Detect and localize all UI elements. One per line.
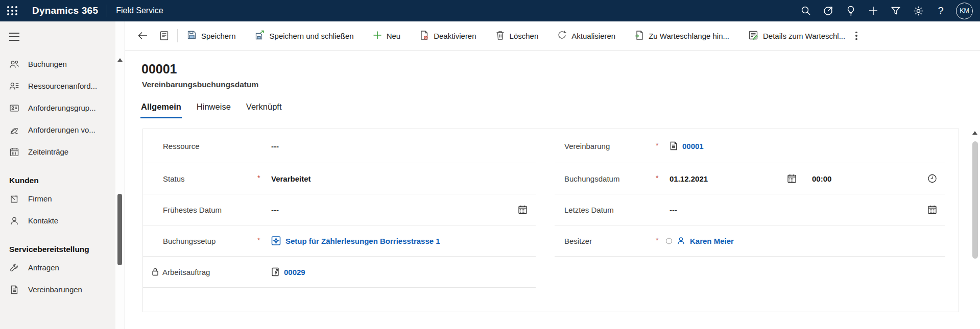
id-card-icon [9,103,19,113]
add-to-queue-label: Zu Warteschlange hin... [649,32,729,40]
back-button[interactable] [137,31,148,40]
calendar-icon [9,147,19,157]
form-tabs: Allgemein Hinweise Verknüpft [140,100,282,118]
clock-icon[interactable] [927,174,937,184]
sidebar-item-anforderungen-von[interactable]: Anforderungen vo... [0,119,116,141]
filter-icon[interactable] [885,0,907,21]
field-label: Arbeitsauftrag [162,268,210,276]
sidebar-item-ressourcenanforderungen[interactable]: Ressourcenanford... [0,75,116,97]
delete-label: Löschen [510,32,539,40]
search-icon[interactable] [795,0,817,21]
lock-icon [152,268,159,276]
refresh-button[interactable]: Aktualisieren [557,30,615,41]
plus-icon[interactable] [862,0,885,21]
sidebar-item-label: Firmen [28,194,52,203]
field-value[interactable]: --- [271,206,279,214]
field-label: Buchungsdatum [564,174,619,183]
field-value[interactable]: --- [271,142,279,150]
sidebar-item-zeiteintraege[interactable]: Zeiteinträge [0,141,116,163]
required-marker: * [257,174,260,182]
command-bar: Speichern Speichern und schließen Neu De… [125,21,980,50]
document-icon [9,285,19,295]
sidebar-item-label: Vereinbarungen [28,285,82,294]
more-commands-icon[interactable] [850,29,863,43]
sidebar-section-servicebereitstellung: Servicebereitstellung [0,245,116,254]
add-to-queue-button[interactable]: Zu Warteschlange hin... [634,30,729,42]
agreement-link[interactable]: 00001 [682,142,704,150]
sitemap-scrollbar[interactable] [115,21,125,329]
tab-allgemein[interactable]: Allgemein [140,100,182,118]
sidebar-item-buchungen[interactable]: Buchungen [0,53,116,75]
field-row-buchungssetup: Buchungssetup * Setup für Zählerlesungen… [143,225,536,257]
agreement-icon [670,141,678,151]
presence-circle-icon [666,238,672,244]
new-button[interactable]: Neu [373,31,401,41]
time-value[interactable]: 00:00 [812,174,831,183]
queue-item-details-button[interactable]: Details zum Warteschl... [748,30,845,42]
owner-link[interactable]: Karen Meier [690,237,734,245]
sidebar-item-kontakte[interactable]: Kontakte [0,210,116,232]
sitemap-sidebar: Buchungen Ressourcenanford... Anforderun… [0,21,125,329]
record-title: 00001 [141,62,177,77]
person-list-icon [9,81,19,91]
tab-verknuepft[interactable]: Verknüpft [246,100,282,118]
calendar-icon[interactable] [787,174,797,184]
calendar-icon[interactable] [927,205,937,215]
user-avatar[interactable]: KM [956,3,973,19]
app-launcher-waffle-icon[interactable] [7,6,18,15]
scroll-up-arrow-icon[interactable] [117,58,123,62]
save-label: Speichern [201,32,236,40]
required-marker: * [656,141,658,149]
delete-button[interactable]: Löschen [495,30,539,42]
save-icon [187,30,197,41]
field-row-letztes-datum: Letztes Datum --- [555,194,945,225]
sidebar-item-anforderungsgruppen[interactable]: Anforderungsgrup... [0,97,116,119]
queue-details-icon [748,30,758,42]
field-value[interactable]: Verarbeitet [271,174,311,183]
app-title: Dynamics 365 [32,5,98,16]
sitemap-scrollbar-thumb[interactable] [117,194,122,265]
person-icon [9,216,19,226]
refresh-icon [557,30,567,41]
title-divider [107,5,107,17]
calendar-icon[interactable] [518,205,528,215]
field-row-arbeitsauftrag: Arbeitsauftrag 00029 [143,257,536,288]
sidebar-item-label: Ressourcenanford... [28,82,97,90]
sidebar-item-firmen[interactable]: Firmen [0,188,116,210]
queue-add-icon [634,30,644,42]
tab-hinweise[interactable]: Hinweise [196,100,231,118]
building-icon [9,194,19,204]
field-value[interactable]: --- [670,206,677,214]
form-selector-icon[interactable] [159,31,169,41]
required-marker: * [257,236,260,244]
top-navigation-bar: Dynamics 365 Field Service ? KM [0,0,980,21]
area-title[interactable]: Field Service [116,6,163,15]
commandbar-divider [177,29,178,42]
lightbulb-icon[interactable] [840,0,862,21]
field-row-fruehestes-datum: Frühestes Datum --- [143,194,536,225]
save-button[interactable]: Speichern [187,30,236,41]
general-section-card: Ressource --- Status * Verarbeitet Frühe… [142,129,959,312]
refresh-label: Aktualisieren [571,32,615,40]
field-label: Status [163,174,185,183]
sidebar-item-vereinbarungen[interactable]: Vereinbarungen [0,279,116,300]
booking-setup-link[interactable]: Setup für Zählerlesungen Borriesstrasse … [285,237,440,245]
field-label: Besitzer [564,237,592,245]
date-value[interactable]: 01.12.2021 [670,174,708,183]
content-scrollbar-thumb[interactable] [972,141,978,259]
sidebar-item-anfragen[interactable]: Anfragen [0,257,116,279]
help-icon[interactable]: ? [929,0,952,21]
save-and-close-button[interactable]: Speichern und schließen [255,30,354,42]
collapse-sitemap-icon[interactable] [9,33,116,41]
scroll-up-arrow-icon[interactable] [972,131,977,135]
deactivate-button[interactable]: Deaktivieren [419,30,476,42]
check-target-icon[interactable] [817,0,840,21]
people-icon [9,59,19,69]
field-label: Buchungssetup [163,237,216,245]
save-and-close-label: Speichern und schließen [270,32,354,40]
deactivate-icon [419,30,429,42]
sidebar-section-kunden: Kunden [0,176,116,185]
gear-icon[interactable] [907,0,929,21]
work-order-link[interactable]: 00029 [284,268,305,276]
content-scrollbar[interactable] [971,128,979,329]
